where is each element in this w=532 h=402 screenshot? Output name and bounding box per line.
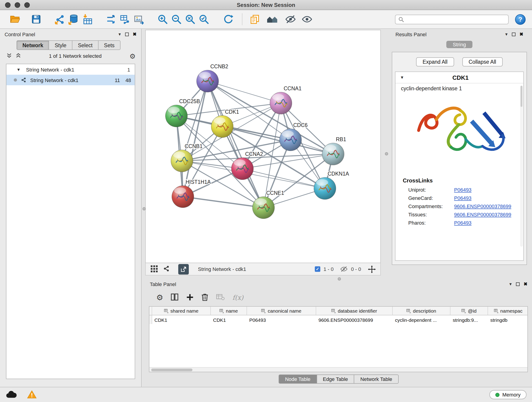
zoom-fit-button[interactable] xyxy=(183,12,197,26)
results-panel-splitter[interactable] xyxy=(381,29,391,277)
collapse-all-networks-icon[interactable] xyxy=(6,53,12,59)
control-panel-float-icon[interactable] xyxy=(125,32,128,36)
crosslink-link[interactable]: 9606.ENSP00000378699 xyxy=(454,212,511,217)
collection-expand-icon[interactable]: ▼ xyxy=(17,67,21,72)
network-edge-CCNA2-CDKN1A[interactable] xyxy=(242,169,325,188)
network-node-CDC6[interactable] xyxy=(279,129,302,151)
entry-scrollbar[interactable] xyxy=(520,86,523,247)
table-cell[interactable]: stringdb xyxy=(488,317,527,322)
tab-network[interactable]: Network xyxy=(17,40,49,50)
left-panel-splitter[interactable] xyxy=(142,29,145,387)
show-all-button[interactable] xyxy=(300,12,314,26)
table-panel-float-icon[interactable] xyxy=(516,282,519,286)
zoom-selected-button[interactable] xyxy=(197,12,211,26)
delete-column-icon[interactable] xyxy=(201,293,209,302)
export-network-button[interactable] xyxy=(178,264,189,274)
network-share-icon[interactable] xyxy=(163,265,170,273)
network-collection-row[interactable]: ▼ String Network - cdk1 1 xyxy=(6,64,135,75)
network-node-RB1[interactable] xyxy=(322,143,344,165)
crosslink-link[interactable]: P06493 xyxy=(454,195,472,201)
entry-collapse-icon[interactable]: ▼ xyxy=(400,75,404,80)
memory-button[interactable]: Memory xyxy=(490,390,526,399)
column-header-shared-name[interactable]: shared name xyxy=(152,307,211,315)
table-panel-close-icon[interactable]: ✖ xyxy=(524,282,527,287)
warning-status-icon[interactable] xyxy=(27,390,37,400)
network-row-selected[interactable]: String Network - cdk1 11 48 xyxy=(6,75,135,85)
column-header-name[interactable]: name xyxy=(211,307,247,315)
network-node-CCNA1[interactable] xyxy=(270,92,292,114)
results-panel-menu-icon[interactable]: ▾ xyxy=(505,32,507,37)
network-from-table-button[interactable] xyxy=(118,12,132,26)
zoom-in-button[interactable] xyxy=(156,12,170,26)
results-tab-string[interactable]: String xyxy=(446,41,472,48)
tab-edge-table[interactable]: Edge Table xyxy=(317,375,355,384)
column-header-description[interactable]: description xyxy=(393,307,450,315)
table-options-gear-icon[interactable]: ⚙ xyxy=(156,294,163,301)
table-panel-menu-icon[interactable]: ▾ xyxy=(509,282,512,287)
network-node-CDKN1A[interactable] xyxy=(314,177,336,199)
control-panel-close-icon[interactable]: ✖ xyxy=(133,32,137,37)
import-table-file-button[interactable] xyxy=(81,12,94,26)
network-node-HIST1H1A[interactable] xyxy=(172,186,194,208)
table-cell[interactable]: CDK1 xyxy=(211,317,247,322)
network-edge-HIST1H1A-CCNE1[interactable] xyxy=(183,197,264,208)
tab-sets[interactable]: Sets xyxy=(99,40,120,50)
import-network-file-button[interactable] xyxy=(53,12,67,26)
tab-style[interactable]: Style xyxy=(49,40,72,50)
table-cell[interactable]: cyclin-dependent ... xyxy=(393,317,450,322)
hide-selection-button[interactable] xyxy=(284,12,298,26)
cloud-status-icon[interactable] xyxy=(6,390,17,399)
import-network-database-button[interactable] xyxy=(67,12,81,26)
network-node-CCNA2[interactable] xyxy=(231,158,253,180)
crosslink-link[interactable]: P06493 xyxy=(454,187,472,192)
network-canvas[interactable]: CCNB2CCNA1CDC25BCDK1CDC6RB1CCNB1CCNA2CDK… xyxy=(145,30,381,263)
network-edge-CCNB2-CCNE1[interactable] xyxy=(208,81,264,208)
open-session-button[interactable] xyxy=(8,12,22,26)
home-button[interactable] xyxy=(265,12,279,26)
tab-network-table[interactable]: Network Table xyxy=(355,375,399,384)
table-horizontal-scrollbar[interactable] xyxy=(149,367,527,372)
table-cell[interactable]: CDK1 xyxy=(152,317,211,322)
results-panel-close-icon[interactable]: ✖ xyxy=(519,32,523,37)
table-row[interactable]: CDK1CDK1P064939606.ENSP00000378699cyclin… xyxy=(149,315,527,324)
network-node-CCNB2[interactable] xyxy=(196,70,219,92)
crosslink-link[interactable]: P06493 xyxy=(454,220,472,225)
birds-eye-view-icon[interactable] xyxy=(150,265,158,274)
collapse-all-button[interactable]: Collapse All xyxy=(462,57,502,66)
control-panel-menu-icon[interactable]: ▾ xyxy=(119,32,121,37)
column-header-namespace[interactable]: namespac xyxy=(488,307,528,315)
column-header-id[interactable]: @id xyxy=(450,307,488,315)
pan-move-icon[interactable] xyxy=(368,265,376,273)
network-node-CCNE1[interactable] xyxy=(253,197,274,219)
table-cell[interactable]: 9606.ENSP00000378699 xyxy=(316,317,393,322)
network-node-CCNB1[interactable] xyxy=(171,150,193,172)
export-image-button[interactable] xyxy=(132,12,146,26)
nodes-selected-checkbox[interactable]: ✓ xyxy=(315,266,320,272)
apply-layout-button[interactable] xyxy=(221,12,234,26)
zoom-out-button[interactable] xyxy=(170,12,183,26)
add-column-icon[interactable] xyxy=(186,293,194,302)
column-header-canonical-name[interactable]: canonical name xyxy=(247,307,316,315)
tab-select[interactable]: Select xyxy=(72,40,99,50)
network-edge-CCNB2-CCNA1[interactable] xyxy=(208,81,281,103)
save-session-button[interactable] xyxy=(29,12,43,26)
search-input[interactable] xyxy=(406,16,505,22)
network-options-gear-icon[interactable]: ⚙ xyxy=(129,52,136,59)
network-node-CDK1[interactable] xyxy=(211,115,233,138)
table-cell[interactable]: stringdb:9... xyxy=(450,317,488,322)
help-button[interactable]: ? xyxy=(515,14,526,25)
results-panel-float-icon[interactable] xyxy=(512,32,515,36)
documentation-button[interactable] xyxy=(248,12,262,26)
table-cell[interactable]: P06493 xyxy=(247,317,316,322)
show-columns-icon[interactable] xyxy=(171,293,179,302)
scrollbar-thumb[interactable] xyxy=(151,369,192,371)
expand-all-networks-icon[interactable] xyxy=(16,53,21,59)
column-header-database-identifier[interactable]: database identifier xyxy=(316,307,393,315)
tab-node-table[interactable]: Node Table xyxy=(279,375,317,384)
network-from-selection-button[interactable] xyxy=(104,12,118,26)
crosslink-link[interactable]: 9606.ENSP00000378699 xyxy=(454,204,511,209)
table-panel-splitter[interactable] xyxy=(145,277,532,280)
network-node-CDC25B[interactable] xyxy=(165,105,187,127)
search-box[interactable] xyxy=(395,14,509,24)
expand-all-button[interactable]: Expand All xyxy=(416,57,454,66)
